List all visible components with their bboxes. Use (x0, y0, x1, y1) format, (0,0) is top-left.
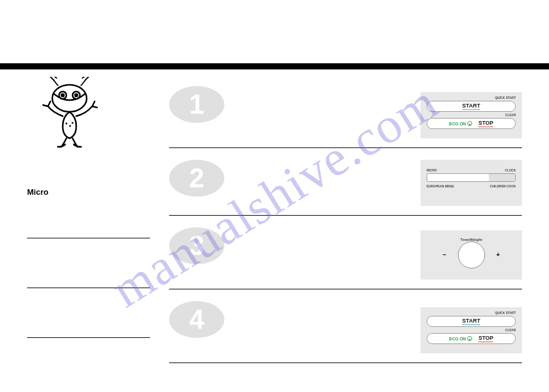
clock-label: CLOCK (505, 168, 516, 172)
svg-point-6 (69, 125, 71, 127)
step-number: 1 (189, 89, 204, 120)
eco-icon: e (467, 336, 472, 341)
step-number-badge: 1 (169, 86, 224, 123)
eco-stop-button[interactable]: ECO ONe STOP (427, 333, 516, 344)
svg-point-3 (61, 94, 64, 96)
left-rule-2 (27, 288, 150, 288)
left-rule-3 (27, 337, 150, 338)
step-number-badge: 4 (169, 301, 224, 338)
european-menu-label: EUROPEAN MENU (427, 184, 454, 188)
clear-label: CLEAR (505, 328, 516, 332)
step-number: 3 (189, 230, 204, 261)
left-rule-1 (27, 238, 150, 238)
step-divider-4 (169, 363, 522, 363)
svg-point-5 (66, 123, 68, 125)
micro-heading: Micro (27, 187, 49, 197)
svg-point-7 (72, 122, 74, 124)
control-panel-4: QUICK START START CLEAR ECO ONe STOP (421, 307, 522, 353)
quick-start-label: QUICK START (495, 96, 516, 100)
dial-minus: – (443, 251, 446, 258)
start-button[interactable]: START (427, 101, 516, 112)
mascot-illustration (36, 77, 109, 151)
step-divider-1 (169, 147, 522, 148)
step-number-badge: 3 (169, 227, 224, 264)
svg-point-4 (75, 94, 77, 96)
control-panel-2: MICRO CLOCK EUROPEAN MENU CHILDREN COOK (421, 160, 522, 206)
step-number-badge: 2 (169, 160, 224, 197)
dial-plus: + (496, 251, 500, 258)
control-panel-3: Time/Weight – + (421, 230, 522, 280)
step-divider-3 (169, 289, 522, 289)
time-weight-label: Time/Weight (427, 238, 516, 241)
micro-label: MICRO (427, 168, 437, 172)
clear-label: CLEAR (505, 113, 516, 117)
step-number: 2 (189, 163, 204, 194)
eco-stop-button[interactable]: ECO ONe STOP (427, 118, 516, 129)
quick-start-label: QUICK START (495, 311, 516, 315)
svg-point-0 (52, 85, 87, 112)
step-number: 4 (189, 304, 204, 335)
time-weight-dial[interactable] (458, 241, 485, 269)
eco-icon: e (467, 121, 472, 126)
header-bar (0, 63, 549, 69)
children-cook-label: CHILDREN COOK (490, 184, 516, 188)
mode-slider[interactable] (427, 173, 516, 182)
control-panel-1: QUICK START START CLEAR ECO ONe STOP (421, 92, 522, 138)
start-button[interactable]: START (427, 316, 516, 327)
step-divider-2 (169, 215, 522, 216)
